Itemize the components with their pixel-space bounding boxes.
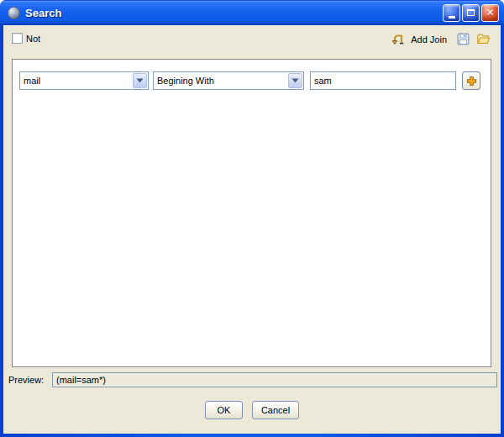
preview-row: Preview: bbox=[8, 372, 497, 387]
preview-field[interactable] bbox=[52, 372, 497, 387]
not-checkbox-label: Not bbox=[26, 34, 40, 44]
chevron-down-icon bbox=[291, 78, 299, 83]
attribute-dropdown-value: mail bbox=[24, 76, 133, 86]
open-folder-icon[interactable] bbox=[476, 32, 491, 46]
filter-panel: mail Begining With bbox=[12, 59, 491, 367]
not-option: Not bbox=[12, 33, 40, 44]
ok-button[interactable]: OK bbox=[205, 401, 243, 419]
minimize-button[interactable] bbox=[443, 4, 460, 22]
search-dialog: Search ✕ Not Add Join bbox=[0, 0, 504, 437]
attribute-dropdown[interactable]: mail bbox=[19, 71, 149, 90]
cancel-button[interactable]: Cancel bbox=[252, 401, 299, 419]
window-title: Search bbox=[25, 7, 443, 19]
titlebar[interactable]: Search ✕ bbox=[0, 0, 504, 25]
maximize-icon bbox=[467, 9, 475, 16]
window-sphere-icon bbox=[7, 6, 21, 20]
footer-buttons: OK Cancel bbox=[3, 401, 501, 419]
filter-row: mail Begining With bbox=[19, 71, 480, 90]
chevron-down-icon bbox=[136, 78, 144, 83]
minimize-icon bbox=[449, 16, 455, 18]
close-button[interactable]: ✕ bbox=[481, 4, 499, 22]
operator-dropdown-button[interactable] bbox=[288, 73, 302, 88]
add-join-icon[interactable] bbox=[391, 32, 405, 46]
plus-icon bbox=[466, 76, 477, 87]
join-toolbar: Add Join bbox=[391, 32, 491, 46]
not-checkbox[interactable] bbox=[12, 33, 23, 44]
preview-label: Preview: bbox=[8, 375, 52, 385]
add-filter-button[interactable] bbox=[462, 71, 480, 90]
save-icon[interactable] bbox=[456, 32, 470, 46]
maximize-button[interactable] bbox=[462, 4, 480, 22]
add-join-label[interactable]: Add Join bbox=[411, 34, 447, 45]
attribute-dropdown-button[interactable] bbox=[133, 73, 147, 88]
window-controls: ✕ bbox=[443, 4, 499, 22]
operator-dropdown-value: Begining With bbox=[157, 76, 288, 86]
operator-dropdown[interactable]: Begining With bbox=[153, 71, 304, 90]
search-value-input[interactable] bbox=[310, 71, 456, 90]
close-icon: ✕ bbox=[486, 8, 494, 18]
dialog-content: Not Add Join bbox=[3, 25, 501, 434]
